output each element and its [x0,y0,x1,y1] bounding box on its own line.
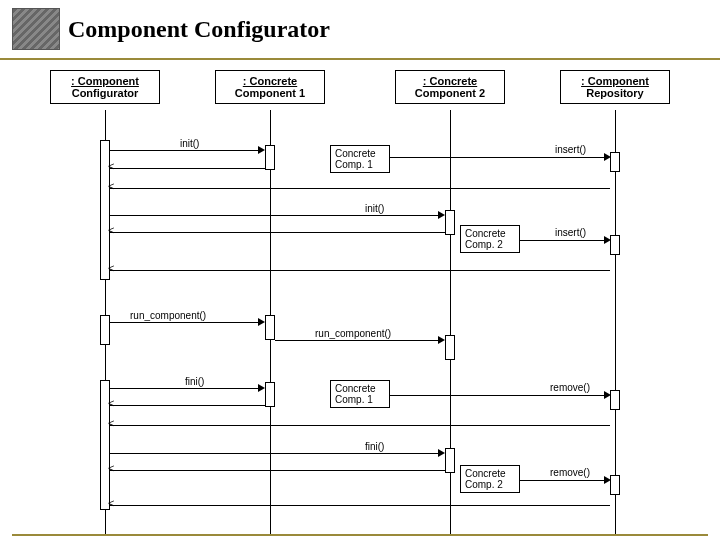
note-text: Concrete [335,148,385,159]
message-insert: insert() [555,144,586,155]
message-run: run_component() [315,328,391,339]
arrow-icon: < [108,462,114,474]
participant-label: : Component [569,75,661,87]
page-title: Component Configurator [68,16,330,43]
message-line [110,215,442,216]
arrow-icon: < [108,262,114,274]
note-box: Concrete Comp. 1 [330,380,390,408]
arrow-icon: < [108,417,114,429]
activation [265,315,275,340]
message-line [390,157,608,158]
message-line [110,168,265,169]
arrow-icon: < [108,224,114,236]
message-remove: remove() [550,382,590,393]
participant-label: Configurator [59,87,151,99]
message-line [520,480,608,481]
note-box: Concrete Comp. 2 [460,225,520,253]
arrow-icon [604,153,611,161]
message-line [110,232,445,233]
participant-repository: : Component Repository [560,70,670,104]
note-text: Comp. 2 [465,239,515,250]
participant-label: Component 1 [224,87,316,99]
arrow-icon: < [108,160,114,172]
message-line [110,388,262,389]
message-line [390,395,608,396]
arrow-icon: < [108,180,114,192]
message-init: init() [365,203,384,214]
arrow-icon [258,384,265,392]
message-fini: fini() [365,441,384,452]
participant-label: : Concrete [404,75,496,87]
activation [265,145,275,170]
note-text: Concrete [465,228,515,239]
message-run: run_component() [130,310,206,321]
activation [610,152,620,172]
participant-component2: : Concrete Component 2 [395,70,505,104]
note-text: Comp. 2 [465,479,515,490]
participant-component1: : Concrete Component 1 [215,70,325,104]
participant-configurator: : Component Configurator [50,70,160,104]
message-line [275,340,442,341]
activation [610,390,620,410]
note-text: Concrete [335,383,385,394]
note-text: Comp. 1 [335,159,385,170]
arrow-icon: < [108,497,114,509]
activation [100,315,110,345]
message-init: init() [180,138,199,149]
message-line [110,270,610,271]
message-line [110,150,262,151]
activation [610,475,620,495]
note-text: Concrete [465,468,515,479]
arrow-icon [258,146,265,154]
arrow-icon [438,449,445,457]
participant-label: : Component [59,75,151,87]
lifeline [615,110,616,535]
message-line [520,240,608,241]
activation [445,335,455,360]
participant-label: : Concrete [224,75,316,87]
message-line [110,322,262,323]
message-line [110,505,610,506]
arrow-icon [604,236,611,244]
message-fini: fini() [185,376,204,387]
arrow-icon: < [108,397,114,409]
arrow-icon [438,336,445,344]
activation [445,448,455,473]
message-remove: remove() [550,467,590,478]
message-line [110,425,610,426]
message-line [110,188,610,189]
footer-divider [12,534,708,536]
participant-label: Repository [569,87,661,99]
sequence-diagram: : Component Configurator : Concrete Comp… [0,60,720,535]
logo-icon [12,8,60,50]
message-line [110,470,445,471]
arrow-icon [604,476,611,484]
arrow-icon [438,211,445,219]
activation [610,235,620,255]
note-box: Concrete Comp. 2 [460,465,520,493]
note-box: Concrete Comp. 1 [330,145,390,173]
activation [265,382,275,407]
message-line [110,453,442,454]
note-text: Comp. 1 [335,394,385,405]
participant-label: Component 2 [404,87,496,99]
message-line [110,405,265,406]
header: Component Configurator [0,0,720,60]
arrow-icon [604,391,611,399]
arrow-icon [258,318,265,326]
message-insert: insert() [555,227,586,238]
activation [445,210,455,235]
